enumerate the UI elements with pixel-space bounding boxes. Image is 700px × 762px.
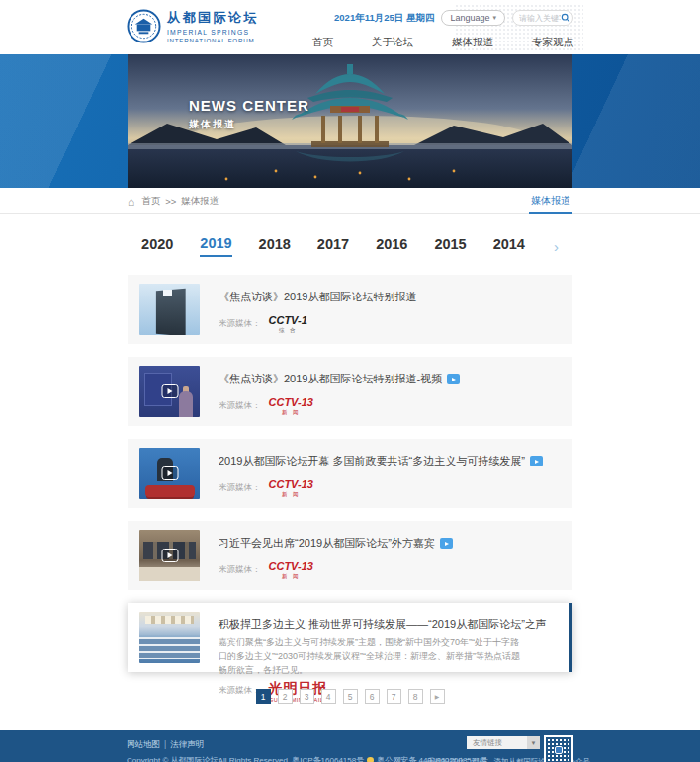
breadcrumb-bar: ⌂ 首页 >> 媒体报道 媒体报道 bbox=[0, 188, 700, 214]
pagination: 1 2 3 4 5 6 7 8 ▶ bbox=[0, 689, 700, 704]
site-header: 从都国际论坛 IMPERIAL SPRINGS INTERNATIONAL FO… bbox=[0, 0, 700, 54]
cctv13-logo: CCTV-13 新 闻 bbox=[269, 561, 313, 580]
current-date: 2021年11月25日 星期四 bbox=[334, 12, 434, 25]
breadcrumb-home-link[interactable]: 首页 bbox=[141, 195, 160, 208]
source-label: 来源媒体： bbox=[219, 561, 261, 576]
breadcrumb: ⌂ 首页 >> 媒体报道 媒体报道 bbox=[128, 188, 572, 214]
page-button-7[interactable]: 7 bbox=[387, 689, 401, 704]
news-thumbnail bbox=[139, 612, 200, 663]
banner-title-cn: 媒体报道 bbox=[189, 118, 309, 131]
news-thumbnail bbox=[139, 448, 200, 499]
news-thumbnail bbox=[139, 530, 200, 581]
chevron-right-icon[interactable]: › bbox=[554, 238, 559, 255]
video-badge-icon bbox=[447, 374, 460, 384]
page-button-5[interactable]: 5 bbox=[343, 689, 358, 704]
cctv1-logo: CCTV-1 综 合 bbox=[269, 315, 307, 334]
logo-title-cn: 从都国际论坛 bbox=[167, 9, 259, 27]
banner-title-en: NEWS CENTER bbox=[189, 97, 309, 114]
page: 从都国际论坛 IMPERIAL SPRINGS INTERNATIONAL FO… bbox=[0, 0, 700, 762]
search-icon[interactable] bbox=[561, 13, 570, 23]
source-label: 来源媒体： bbox=[219, 682, 261, 697]
news-item-highlighted[interactable]: 积极捍卫多边主义 推动世界可持续发展——“2019从都国际论坛”之声 嘉宾们聚焦… bbox=[128, 603, 572, 672]
site-footer: 网站地图|法律声明 Copyright © 从都国际论坛All Rights R… bbox=[0, 730, 700, 762]
year-tab-2018[interactable]: 2018 bbox=[259, 236, 291, 256]
language-label: Language bbox=[450, 13, 489, 23]
page-button-4[interactable]: 4 bbox=[321, 689, 336, 704]
home-icon[interactable]: ⌂ bbox=[128, 195, 134, 209]
page-banner: NEWS CENTER 媒体报道 bbox=[0, 54, 700, 188]
year-tab-2016[interactable]: 2016 bbox=[376, 236, 407, 256]
source-label: 来源媒体： bbox=[219, 315, 261, 330]
play-icon[interactable] bbox=[161, 384, 178, 398]
chevron-down-icon: ▾ bbox=[492, 14, 496, 22]
banner-photo-pavilion: NEWS CENTER 媒体报道 bbox=[128, 54, 572, 188]
news-thumbnail bbox=[139, 366, 200, 417]
year-tab-2015[interactable]: 2015 bbox=[434, 236, 466, 256]
news-thumbnail bbox=[139, 284, 200, 335]
news-item[interactable]: 《焦点访谈》2019从都国际论坛特别报道-视频 来源媒体： CCTV-13 新 … bbox=[128, 357, 572, 426]
logo-title-en2: INTERNATIONAL FORUM bbox=[167, 37, 259, 43]
chevron-down-icon: ▼ bbox=[527, 736, 540, 749]
nav-item-home[interactable]: 首页 bbox=[312, 36, 333, 49]
page-button-2[interactable]: 2 bbox=[278, 689, 293, 704]
news-summary: 嘉宾们聚焦“多边主义与可持续发展”主题，围绕“新中国外交70年”“处于十字路口的… bbox=[219, 636, 525, 678]
search-box bbox=[512, 10, 573, 26]
video-badge-icon bbox=[440, 538, 453, 549]
year-tab-2017[interactable]: 2017 bbox=[317, 236, 349, 256]
nav-item-about[interactable]: 关于论坛 bbox=[372, 36, 413, 49]
footer-link-separator: | bbox=[164, 739, 166, 749]
page-button-6[interactable]: 6 bbox=[365, 689, 380, 704]
play-icon[interactable] bbox=[161, 549, 178, 562]
page-button-3[interactable]: 3 bbox=[300, 689, 314, 704]
year-tab-2020[interactable]: 2020 bbox=[141, 236, 173, 256]
breadcrumb-separator: >> bbox=[165, 196, 176, 207]
footer-link-legal[interactable]: 法律声明 bbox=[170, 739, 204, 749]
friendly-links-dropdown[interactable]: 友情链接 ▼ bbox=[467, 736, 540, 749]
section-tab-media[interactable]: 媒体报道 bbox=[529, 188, 572, 214]
news-title[interactable]: 2019从都国际论坛开幕 多国前政要共话“多边主义与可持续发展” bbox=[219, 454, 525, 468]
site-logo[interactable]: 从都国际论坛 IMPERIAL SPRINGS INTERNATIONAL FO… bbox=[127, 9, 259, 43]
source-label: 来源媒体： bbox=[219, 397, 261, 412]
wechat-logo-icon bbox=[555, 746, 563, 754]
page-button-8[interactable]: 8 bbox=[408, 689, 423, 704]
source-label: 来源媒体： bbox=[219, 479, 261, 494]
video-badge-icon bbox=[530, 456, 543, 466]
cctv13-logo: CCTV-13 新 闻 bbox=[269, 479, 313, 498]
cctv13-logo: CCTV-13 新 闻 bbox=[269, 397, 313, 416]
news-title[interactable]: 习近平会见出席“2019从都国际论坛”外方嘉宾 bbox=[219, 536, 435, 550]
logo-title-en1: IMPERIAL SPRINGS bbox=[167, 29, 259, 36]
page-button-1[interactable]: 1 bbox=[256, 689, 271, 704]
next-page-button[interactable]: ▶ bbox=[430, 689, 445, 704]
news-item[interactable]: 习近平会见出席“2019从都国际论坛”外方嘉宾 来源媒体： CCTV-13 新 … bbox=[128, 521, 572, 590]
language-dropdown[interactable]: Language ▾ bbox=[441, 10, 505, 26]
year-tab-2014[interactable]: 2014 bbox=[493, 236, 525, 256]
news-title[interactable]: 《焦点访谈》2019从都国际论坛特别报道-视频 bbox=[219, 372, 442, 386]
search-input[interactable] bbox=[519, 14, 561, 23]
copyright-text: Copyright © 从都国际论坛All Rights Reserved. 粤… bbox=[127, 755, 364, 762]
police-badge-icon bbox=[367, 757, 374, 762]
year-tab-2019[interactable]: 2019 bbox=[200, 235, 231, 257]
wechat-qr-code bbox=[544, 735, 573, 762]
news-list: 《焦点访谈》2019从都国际论坛特别报道 来源媒体： CCTV-1 综 合 《焦… bbox=[128, 275, 572, 672]
news-item[interactable]: 《焦点访谈》2019从都国际论坛特别报道 来源媒体： CCTV-1 综 合 bbox=[128, 275, 572, 344]
play-icon[interactable] bbox=[161, 466, 178, 480]
nav-item-experts[interactable]: 专家观点 bbox=[532, 36, 573, 49]
footer-link-sitemap[interactable]: 网站地图 bbox=[127, 739, 160, 749]
nav-item-media[interactable]: 媒体报道 bbox=[452, 36, 493, 49]
year-tabs: 2020 2019 2018 2017 2016 2015 2014 › bbox=[118, 235, 582, 257]
news-title[interactable]: 《焦点访谈》2019从都国际论坛特别报道 bbox=[219, 290, 416, 304]
news-item[interactable]: 2019从都国际论坛开幕 多国前政要共话“多边主义与可持续发展” 来源媒体： C… bbox=[128, 439, 572, 508]
breadcrumb-current: 媒体报道 bbox=[181, 195, 219, 208]
forum-emblem-icon bbox=[127, 9, 161, 43]
news-title[interactable]: 积极捍卫多边主义 推动世界可持续发展——“2019从都国际论坛”之声 bbox=[219, 617, 547, 632]
main-nav: 首页 关于论坛 媒体报道 专家观点 bbox=[308, 36, 573, 49]
